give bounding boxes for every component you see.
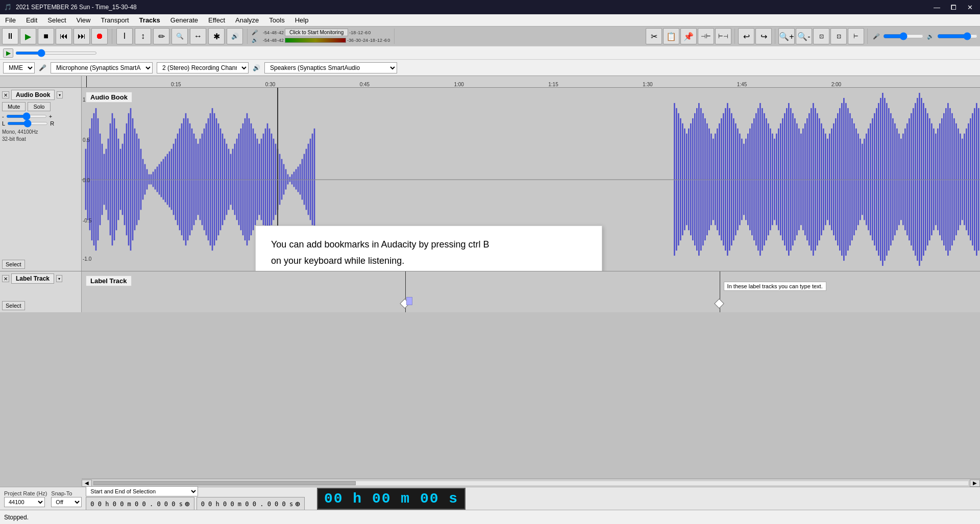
audio-track-gain: - + [2, 113, 79, 119]
snap-to-group: Snap-To Off [51, 490, 82, 507]
h-scrollbar[interactable]: ◀ ▶ [82, 479, 980, 487]
envelope-tool[interactable]: ↕ [135, 28, 151, 44]
y-label-05: 0.5 [83, 137, 90, 143]
overlay-line1: You can add bookmarks in Audacity by pre… [271, 236, 586, 253]
zoom-tool[interactable]: 🔍 [172, 28, 188, 44]
menu-file[interactable]: File [0, 15, 21, 25]
redo-button[interactable]: ↪ [755, 28, 772, 44]
playback-speed-bar: ▶ [0, 46, 980, 60]
silence-button[interactable]: ⊢⊣ [715, 28, 731, 44]
timeline-ruler: 0:15 0:30 0:45 1:00 1:15 1:30 1:45 2:00 [0, 76, 980, 88]
label-track-waveform[interactable]: Label Track In these label tracks y [82, 271, 980, 312]
selection-tool[interactable]: I [116, 28, 133, 44]
zoom-out-button[interactable]: 🔍- [796, 28, 812, 44]
y-label-0: 0.0 [83, 178, 90, 183]
speaker-gain-slider[interactable] [937, 32, 978, 40]
snap-to-label: Snap-To [51, 490, 82, 496]
copy-button[interactable]: 📋 [663, 28, 679, 44]
audio-track-header: ✕ Audio Book ▾ [2, 90, 79, 100]
zoom-in-button[interactable]: 🔍+ [778, 28, 795, 44]
sel-start-display: 0 0 h 0 0 m 0 0 . 0 0 0 s ⊕ [86, 497, 194, 511]
status-text: Stopped. [4, 514, 29, 521]
label-track-name-btn[interactable]: Label Track [11, 273, 54, 284]
playback-play-btn[interactable]: ▶ [3, 48, 13, 58]
skip-start-button[interactable]: ⏮ [56, 28, 72, 44]
label-track-dropdown[interactable]: ▾ [56, 275, 62, 282]
app-icon: 🎵 [4, 4, 12, 11]
ruler-mark-100: 1:00 [454, 82, 463, 87]
audio-track-name-btn[interactable]: Audio Book [11, 90, 55, 100]
zoom-sel-button[interactable]: ⊡ [830, 28, 847, 44]
mic-gain-slider[interactable] [883, 32, 924, 40]
menu-select[interactable]: Select [42, 15, 71, 25]
pan-slider[interactable] [7, 122, 48, 125]
menu-analyze[interactable]: Analyze [230, 15, 264, 25]
audio-track-pan: L R [2, 120, 79, 127]
project-rate-group: Project Rate (Hz) 44100 [4, 490, 47, 507]
pause-button[interactable]: ⏸ [2, 28, 18, 44]
host-select[interactable]: MME [3, 62, 35, 73]
project-rate-select[interactable]: 44100 [4, 497, 45, 507]
volume-tool[interactable]: 🔊 [227, 28, 243, 44]
label-track-select-btn[interactable]: Select [2, 301, 25, 310]
label-tag: In these label tracks you can type text. [724, 282, 826, 291]
status-bar: Stopped. [0, 510, 980, 524]
zoom-draw-button[interactable]: ⊢ [848, 28, 864, 44]
scroll-left-btn[interactable]: ◀ [82, 480, 92, 487]
speaker-icon-toolbar: 🔊 [927, 33, 934, 40]
channels-select[interactable]: 2 (Stereo) Recording Chann [157, 62, 249, 73]
audio-track-select-btn[interactable]: Select [2, 260, 25, 269]
start-monitoring-btn[interactable]: Click to Start Monitoring [285, 29, 348, 36]
time-display: 00 h 00 m 00 s [317, 488, 465, 510]
audio-track-mute[interactable]: Mute [2, 102, 26, 111]
scroll-track[interactable] [93, 481, 969, 486]
label-track-controls: ✕ Label Track ▾ Select [0, 271, 82, 312]
menu-effect[interactable]: Effect [203, 15, 230, 25]
menu-generate[interactable]: Generate [165, 15, 203, 25]
close-button[interactable]: ✕ [964, 3, 976, 12]
microphone-select[interactable]: Microphone (Synaptics SmartAudi [51, 62, 153, 73]
record-button[interactable]: ⏺ [91, 28, 108, 44]
window-controls[interactable]: — ⧠ ✕ [930, 3, 976, 12]
menu-tools[interactable]: Tools [264, 15, 289, 25]
skip-end-button[interactable]: ⏭ [74, 28, 90, 44]
trim-button[interactable]: ⊣⊢ [698, 28, 714, 44]
selection-mode-select[interactable]: Start and End of Selection [86, 486, 198, 496]
separator-6 [867, 29, 868, 44]
tracks-scroll-area: 0:15 0:30 0:45 1:00 1:15 1:30 1:45 2:00 … [0, 76, 980, 479]
stop-button[interactable]: ■ [38, 28, 54, 44]
scroll-thumb[interactable] [93, 481, 356, 485]
sel-end-spinner[interactable]: ⊕ [295, 499, 300, 509]
ruler-mark-015: 0:15 [171, 82, 181, 87]
snap-to-select[interactable]: Off [51, 497, 82, 507]
menu-view[interactable]: View [71, 15, 96, 25]
audio-track-close[interactable]: ✕ [2, 91, 9, 98]
cut-button[interactable]: ✂ [646, 28, 662, 44]
label-track-header: ✕ Label Track ▾ [2, 273, 79, 284]
audio-track-dropdown[interactable]: ▾ [57, 91, 63, 98]
ruler-spacer [0, 76, 82, 87]
undo-button[interactable]: ↩ [738, 28, 754, 44]
audio-track-mute-solo: Mute Solo [2, 102, 79, 111]
multi-tool[interactable]: ✱ [208, 28, 225, 44]
menu-help[interactable]: Help [290, 15, 314, 25]
scroll-right-btn[interactable]: ▶ [970, 480, 980, 487]
vu-meter: 🎤 -54-48-42 Click to Start Monitoring -1… [252, 29, 390, 44]
menu-transport[interactable]: Transport [95, 15, 134, 25]
playback-speed-slider[interactable] [15, 52, 97, 55]
time-shift-tool[interactable]: ↔ [190, 28, 206, 44]
menu-tracks[interactable]: Tracks [134, 15, 165, 25]
sel-start-spinner[interactable]: ⊕ [185, 499, 190, 509]
audio-track-waveform[interactable]: Audio Book 1.0 0.5 0.0 -0.5 -1.0 [82, 88, 980, 271]
maximize-button[interactable]: ⧠ [947, 3, 960, 12]
draw-tool[interactable]: ✏ [153, 28, 169, 44]
paste-button[interactable]: 📌 [680, 28, 697, 44]
play-button[interactable]: ▶ [20, 28, 36, 44]
minimize-button[interactable]: — [930, 3, 943, 12]
zoom-fit-button[interactable]: ⊡ [813, 28, 829, 44]
speaker-select[interactable]: Speakers (Synaptics SmartAudio [264, 62, 397, 73]
audio-track-solo[interactable]: Solo [28, 102, 50, 111]
gain-slider[interactable] [6, 115, 47, 118]
label-track-close[interactable]: ✕ [2, 275, 9, 282]
menu-edit[interactable]: Edit [21, 15, 42, 25]
